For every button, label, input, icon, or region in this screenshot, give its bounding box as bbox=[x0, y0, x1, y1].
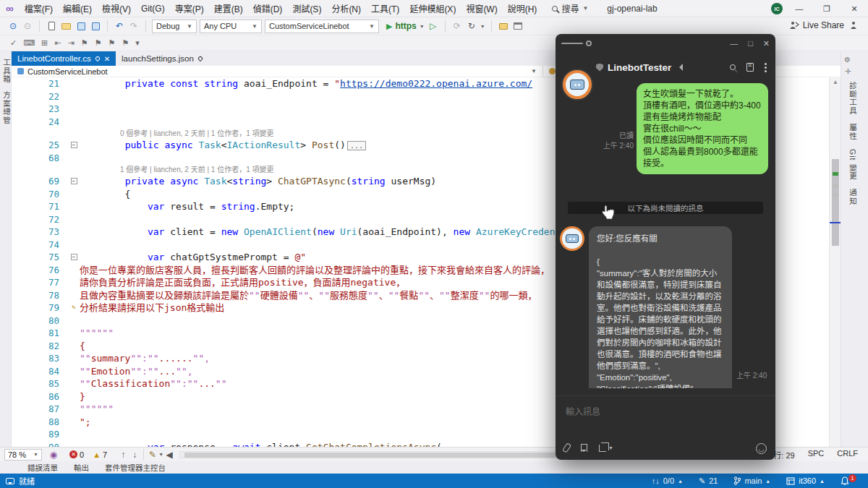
line-number[interactable]: 90 bbox=[12, 441, 68, 448]
menu-item[interactable]: 分析(N) bbox=[326, 0, 366, 17]
line-number[interactable]: 24 bbox=[12, 116, 68, 129]
startup-project-dropdown[interactable]: CustomServiceLinebot▼ bbox=[265, 20, 379, 33]
ime-icon[interactable]: ⌨ bbox=[23, 38, 35, 48]
line-number[interactable]: 87 bbox=[12, 403, 68, 416]
fold-marker-icon[interactable]: − bbox=[68, 175, 80, 188]
warning-counter[interactable]: ▲ 7 bbox=[93, 450, 107, 459]
line-number[interactable]: 81 bbox=[12, 327, 68, 340]
tab-launchsettings[interactable]: launchSettings.json bbox=[116, 51, 208, 66]
menu-item[interactable]: 建置(B) bbox=[209, 0, 248, 17]
feedback-bubble-icon[interactable] bbox=[6, 478, 14, 484]
emoji-icon[interactable]: ◡ bbox=[756, 443, 767, 454]
line-number[interactable]: 71 bbox=[12, 200, 68, 213]
chat-maximize-button[interactable]: □ bbox=[748, 39, 753, 48]
split-view-icon[interactable]: ⊞ bbox=[41, 38, 48, 48]
line-number[interactable]: 25 bbox=[12, 139, 68, 152]
line-number[interactable]: 76 bbox=[12, 264, 68, 277]
chat-message-list[interactable]: 女生吹頭髮一下就乾了。 頂樓有酒吧，價位適中約3-400 還有些燒烤炸物能配 實… bbox=[556, 82, 775, 388]
gear-icon[interactable]: ⚙ bbox=[844, 56, 851, 64]
menu-item[interactable]: 視窗(W) bbox=[461, 0, 502, 17]
platform-dropdown[interactable]: Any CPU▼ bbox=[200, 20, 262, 33]
line-number[interactable]: 86 bbox=[12, 390, 68, 403]
line-number[interactable]: 75 bbox=[12, 251, 68, 264]
bot-avatar[interactable] bbox=[560, 226, 584, 251]
line-number[interactable]: 73 bbox=[12, 226, 68, 239]
next-bookmark-icon[interactable]: ⚑ bbox=[109, 38, 116, 48]
menu-item[interactable]: 編輯(E) bbox=[58, 0, 97, 17]
indent-icon[interactable]: ⇥ bbox=[68, 38, 75, 48]
line-number[interactable]: 89 bbox=[12, 428, 68, 441]
debug-config-dropdown[interactable]: Debug▼ bbox=[152, 20, 197, 33]
menu-item[interactable]: Git(G) bbox=[136, 0, 170, 17]
project-dropdown[interactable]: CustomServiceLinebot ▼ bbox=[12, 66, 543, 77]
spaces-indicator[interactable]: SPC bbox=[808, 449, 825, 461]
chat-search-icon[interactable] bbox=[730, 64, 736, 70]
mute-speaker-icon[interactable] bbox=[676, 64, 683, 71]
menu-item[interactable]: 測試(S) bbox=[287, 0, 326, 17]
error-counter[interactable]: ✕ 0 bbox=[69, 450, 84, 459]
tool-window-tab[interactable]: Git 變更 bbox=[848, 149, 859, 180]
chat-window-titlebar[interactable]: — □ ✕ bbox=[556, 34, 775, 53]
menu-item[interactable]: 說明(H) bbox=[503, 0, 542, 17]
panel-tab[interactable]: 套件管理器主控台 bbox=[98, 462, 173, 473]
pending-changes-button[interactable]: ✎ 21 bbox=[699, 476, 718, 486]
search-box[interactable]: 搜尋 ▼ bbox=[552, 2, 588, 14]
line-number[interactable]: 74 bbox=[12, 239, 68, 252]
chat-minimize-button[interactable]: — bbox=[730, 39, 738, 48]
next-issue-icon[interactable]: ↓ bbox=[129, 448, 140, 462]
new-file-icon[interactable] bbox=[46, 19, 57, 33]
line-number[interactable]: 78 bbox=[12, 289, 68, 302]
chat-close-button[interactable]: ✕ bbox=[763, 39, 770, 48]
branch-button[interactable]: main▲ bbox=[733, 476, 770, 485]
editor-vertical-scrollbar[interactable]: ▲ bbox=[829, 77, 841, 447]
outdent-icon[interactable]: ⇤ bbox=[54, 38, 61, 48]
prev-bookmark-icon[interactable]: ⚑ bbox=[95, 38, 102, 48]
line-number[interactable]: 88 bbox=[12, 416, 68, 429]
line-number[interactable]: 85 bbox=[12, 377, 68, 390]
line-number[interactable]: 21 bbox=[12, 77, 68, 90]
line-number[interactable]: 79 bbox=[12, 301, 68, 314]
line-number[interactable]: 69 bbox=[12, 175, 68, 188]
preview-window-icon[interactable] bbox=[512, 19, 524, 33]
tool-window-tab[interactable]: 方案總管 bbox=[1, 91, 12, 124]
keep-icon[interactable] bbox=[581, 444, 587, 452]
chat-input-area[interactable]: 輸入訊息 ▼ ◡ bbox=[556, 395, 775, 460]
chat-notes-icon[interactable] bbox=[746, 63, 754, 72]
tool-window-tab[interactable]: 通知 bbox=[848, 189, 859, 205]
tool-window-tab[interactable]: 屬性 bbox=[848, 124, 859, 140]
prev-issue-icon[interactable]: ↑ bbox=[117, 448, 129, 462]
menu-item[interactable]: 工具(T) bbox=[366, 0, 404, 17]
tool-window-tab[interactable]: 工具箱 bbox=[1, 59, 12, 84]
code-cleanup-icon[interactable]: ✎ bbox=[147, 448, 158, 462]
line-number[interactable]: 77 bbox=[12, 276, 68, 289]
save-icon[interactable] bbox=[75, 19, 87, 33]
repo-button[interactable]: it360▲ bbox=[786, 476, 825, 485]
scroll-up-icon[interactable]: ▲ bbox=[833, 79, 838, 85]
menu-item[interactable]: 延伸模組(X) bbox=[404, 0, 461, 17]
attachment-icon[interactable] bbox=[562, 442, 571, 453]
save-all-icon[interactable] bbox=[90, 19, 101, 33]
chat-menu-icon[interactable] bbox=[765, 63, 767, 72]
panel-tab[interactable]: 錯誤清單 bbox=[20, 462, 65, 473]
code-cleanup-icon[interactable]: ✓ bbox=[10, 38, 17, 48]
tool-window-tab[interactable]: 診斷工具 bbox=[848, 82, 859, 115]
close-button[interactable]: ✕ bbox=[841, 0, 868, 17]
notifications-button[interactable]: 1 bbox=[841, 476, 856, 486]
navigate-forward-icon[interactable]: ⊙ bbox=[22, 19, 33, 33]
start-debugging-button[interactable]: ▶ https ▼ bbox=[386, 21, 425, 31]
minimize-button[interactable]: — bbox=[786, 0, 813, 17]
open-folder-icon[interactable] bbox=[60, 19, 72, 33]
sync-commits-button[interactable]: ↑↓ 0/0▲ bbox=[652, 476, 683, 485]
toggle-bookmark-icon[interactable]: ⚑ bbox=[81, 38, 88, 48]
panel-tab[interactable]: 輸出 bbox=[67, 462, 96, 473]
menu-item[interactable]: 檢視(V) bbox=[97, 0, 136, 17]
fold-marker-icon[interactable]: − bbox=[68, 139, 80, 152]
menu-item[interactable]: 偵錯(D) bbox=[248, 0, 288, 17]
screen-capture-icon[interactable] bbox=[599, 445, 606, 452]
line-number[interactable]: 80 bbox=[12, 314, 68, 328]
line-number[interactable]: 72 bbox=[12, 213, 68, 226]
restore-button[interactable]: ❐ bbox=[813, 0, 841, 17]
start-without-debugging-icon[interactable]: ▷ bbox=[427, 19, 439, 33]
scroll-left-icon[interactable]: ◀ bbox=[163, 448, 175, 462]
toolbar-overflow-icon[interactable]: ▾ bbox=[135, 38, 140, 48]
